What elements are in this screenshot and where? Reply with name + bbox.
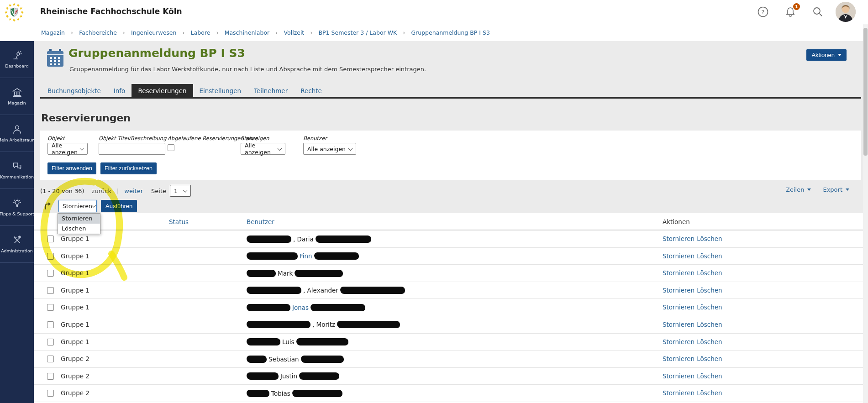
row-action-loeschen[interactable]: Löschen (697, 304, 722, 311)
search-icon[interactable] (812, 6, 824, 18)
bulk-action-bar: Stornieren Ausführen (40, 199, 137, 212)
row-checkbox[interactable] (47, 373, 54, 380)
tab-einstellungen[interactable]: Einstellungen (193, 84, 248, 98)
breadcrumb-item[interactable]: Fachbereiche (79, 29, 117, 36)
row-user-name[interactable]: Jonas (292, 304, 309, 311)
sidebar-label: Dashboard (5, 63, 29, 68)
row-checkbox[interactable] (47, 270, 54, 277)
objekt-select[interactable]: Alle anzeigen (47, 143, 88, 155)
row-actions: StornierenLöschen (663, 265, 725, 282)
pagination: (1 - 20 von 36) zurück | weiter Seite 1 (40, 184, 191, 197)
breadcrumb-item[interactable]: Maschinenlabor (225, 29, 270, 36)
tab-info[interactable]: Info (107, 84, 132, 98)
chevron-down-icon (92, 203, 96, 208)
tab-buchungsobjekte[interactable]: Buchungsobjekte (41, 84, 107, 98)
zeilen-button[interactable]: Zeilen (786, 186, 811, 193)
breadcrumb-separator: › (71, 29, 73, 36)
row-action-stornieren[interactable]: Stornieren (663, 287, 694, 294)
breadcrumb-item[interactable]: Ingenieurwesen (131, 29, 176, 36)
user-avatar[interactable] (836, 2, 856, 22)
row-action-loeschen[interactable]: Löschen (697, 235, 722, 242)
sidebar-item-mein-arbeitsraum[interactable]: Mein Arbeitsraum (0, 115, 34, 152)
tab-teilnehmer[interactable]: Teilnehmer (247, 84, 294, 98)
tab-reservierungen[interactable]: Reservierungen (132, 84, 193, 98)
row-action-stornieren[interactable]: Stornieren (663, 321, 694, 328)
row-action-stornieren[interactable]: Stornieren (663, 252, 694, 260)
sidebar-item-dashboard[interactable]: Dashboard (0, 41, 34, 78)
row-user: , Alexander (247, 282, 405, 299)
row-checkbox[interactable] (47, 339, 54, 345)
dropdown-option-stornieren[interactable]: Stornieren (58, 214, 100, 224)
row-checkbox[interactable] (47, 287, 54, 294)
main-content: Gruppenanmeldung BP I S3 Gruppenanmeldun… (34, 41, 863, 403)
row-action-loeschen[interactable]: Löschen (697, 269, 722, 277)
row-checkbox[interactable] (47, 304, 54, 311)
row-checkbox[interactable] (47, 253, 54, 260)
row-action-stornieren[interactable]: Stornieren (663, 338, 694, 345)
redaction-mark (337, 321, 400, 328)
chevron-down-icon (348, 146, 353, 151)
pagination-next[interactable]: weiter (124, 188, 143, 194)
pagination-prev[interactable]: zurück (92, 188, 111, 194)
row-action-stornieren[interactable]: Stornieren (663, 372, 694, 380)
row-action-loeschen[interactable]: Löschen (697, 321, 722, 328)
filter-reset-button[interactable]: Filter zurücksetzen (100, 162, 157, 174)
sidebar-item-magazin[interactable]: Magazin (0, 78, 34, 115)
sidebar-item-tipps-support[interactable]: Tipps & Support (0, 189, 34, 226)
notification-count-badge: 1 (793, 3, 800, 10)
column-header-benutzer[interactable]: Benutzer (247, 213, 274, 230)
row-action-stornieren[interactable]: Stornieren (663, 389, 694, 397)
row-action-loeschen[interactable]: Löschen (697, 355, 722, 362)
export-button[interactable]: Export (823, 186, 849, 193)
row-action-stornieren[interactable]: Stornieren (663, 235, 694, 242)
row-action-loeschen[interactable]: Löschen (697, 372, 722, 380)
column-header-status[interactable]: Status (169, 213, 189, 230)
breadcrumb-item[interactable]: Labore (191, 29, 210, 36)
redaction-mark (247, 390, 269, 397)
row-action-stornieren[interactable]: Stornieren (663, 269, 694, 277)
breadcrumb-item[interactable]: BP1 Semester 3 / Labor WK (318, 29, 397, 36)
row-action-loeschen[interactable]: Löschen (697, 252, 722, 260)
redaction-mark (247, 356, 267, 363)
breadcrumb-item[interactable]: Vollzeit (284, 29, 304, 36)
dropdown-option-lschen[interactable]: Löschen (58, 224, 100, 234)
aktionen-button[interactable]: Aktionen (806, 49, 847, 61)
bulk-action-select[interactable]: Stornieren (58, 200, 97, 212)
status-select[interactable]: Alle anzeigen (241, 143, 285, 155)
row-action-loeschen[interactable]: Löschen (697, 338, 722, 345)
breadcrumb-item[interactable]: Magazin (41, 29, 65, 36)
help-icon[interactable]: ? (757, 6, 769, 18)
benutzer-select[interactable]: Alle anzeigen (303, 143, 356, 155)
redaction-mark (292, 390, 342, 397)
tab-rechte[interactable]: Rechte (294, 84, 328, 98)
row-action-loeschen[interactable]: Löschen (697, 389, 722, 397)
sidebar-item-kommunikation[interactable]: Kommunikation (0, 152, 34, 189)
vertical-scrollbar[interactable] (863, 24, 868, 403)
filter-apply-button[interactable]: Filter anwenden (47, 162, 96, 174)
reservations-table: Status Benutzer Aktionen Gruppe 1, Daria… (34, 213, 863, 403)
row-checkbox[interactable] (47, 356, 54, 362)
breadcrumb: Magazin›Fachbereiche›Ingenieurwesen›Labo… (0, 24, 868, 41)
pagination-range: (1 - 20 von 36) (40, 188, 84, 194)
redaction-mark (314, 252, 359, 260)
row-checkbox[interactable] (47, 236, 54, 242)
page-select[interactable]: 1 (170, 185, 191, 197)
row-action-stornieren[interactable]: Stornieren (663, 355, 694, 362)
table-row: Gruppe 2TobiasStornierenLöschen (34, 385, 863, 402)
row-action-loeschen[interactable]: Löschen (697, 287, 722, 294)
abgelaufene-checkbox[interactable] (168, 144, 174, 151)
titel-input[interactable] (99, 143, 165, 155)
chevron-down-icon (80, 146, 84, 151)
row-user-name[interactable]: Finn (300, 252, 312, 260)
scrollbar-thumb[interactable] (863, 28, 868, 156)
table-row: Gruppe 2SebastianStornierenLöschen (34, 351, 863, 368)
row-action-stornieren[interactable]: Stornieren (663, 304, 694, 311)
row-checkbox[interactable] (47, 321, 54, 328)
sidebar-item-administration[interactable]: Administration (0, 226, 34, 263)
table-row: Gruppe 1, AlexanderStornierenLöschen (34, 282, 863, 299)
breadcrumb-item[interactable]: Gruppenanmeldung BP I S3 (411, 29, 489, 36)
ausfuehren-button[interactable]: Ausführen (101, 200, 137, 212)
row-actions: StornierenLöschen (663, 334, 725, 351)
row-checkbox[interactable] (47, 390, 54, 397)
row-user-name: Mark (278, 270, 293, 277)
